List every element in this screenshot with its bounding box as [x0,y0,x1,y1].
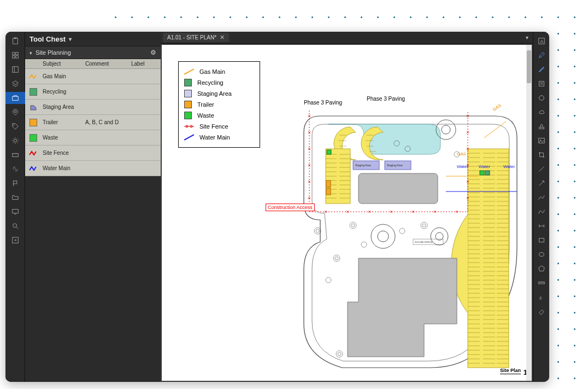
folder-icon[interactable] [5,191,25,204]
document-canvas[interactable]: Gas MainRecyclingStaging AreaTrailerWast… [162,45,532,381]
col-label[interactable]: Label [130,61,157,67]
svg-point-230 [351,224,355,227]
tool-row-trailer[interactable]: Trailer A, B, C and D [25,115,161,130]
svg-line-252 [539,167,544,172]
panel-section[interactable]: ▾Site Planning ⚙ [25,46,161,59]
ellipse-icon[interactable] [533,248,549,260]
location-icon[interactable] [5,106,25,118]
svg-point-38 [442,125,450,134]
layers-icon[interactable] [5,78,25,90]
tool-row-water[interactable]: Water Main [25,161,161,176]
polygon-icon[interactable] [533,263,549,275]
svg-point-20 [13,224,17,228]
count-icon[interactable]: ± [533,291,549,303]
legend-row-water: Water Main [184,132,254,143]
legend-row-trailer: Trailer [184,99,254,110]
eraser-icon[interactable] [533,305,549,317]
legend-label: Trailer [197,101,214,108]
legend-row-fence: Site Fence [184,121,254,132]
legend-line-icon [184,133,194,141]
svg-point-231 [361,242,367,247]
svg-rect-4 [13,56,15,58]
col-subject[interactable]: Subject [42,61,84,67]
line-icon[interactable] [533,163,549,175]
svg-point-227 [314,228,321,234]
close-icon[interactable]: ✕ [220,34,225,41]
svg-point-248 [539,96,544,101]
search-icon[interactable] [5,220,25,232]
panel-icon[interactable] [5,63,25,76]
arrow-icon[interactable] [533,177,549,189]
tool-subject: Recycling [42,89,84,95]
stamp-icon[interactable] [533,120,549,132]
highlighter-icon[interactable] [533,63,549,76]
toolbox-icon[interactable] [5,92,25,104]
rectangle-icon[interactable] [533,234,549,246]
grid-icon[interactable] [5,49,25,61]
svg-point-232 [399,228,405,234]
legend-swatch-icon [184,112,192,119]
legend-box: Gas MainRecyclingStaging AreaTrailerWast… [178,61,260,148]
dimension-icon[interactable] [533,220,549,232]
chevron-down-icon: ▾ [69,36,72,42]
keyboard-icon[interactable] [5,149,25,161]
tool-row-fence[interactable]: Site Fence [25,146,161,161]
list-header: Subject Comment Label [25,59,161,69]
gear-icon[interactable]: ⚙ [150,49,156,56]
right-toolbar: A ± [533,32,549,382]
curve-icon[interactable] [533,206,549,218]
tool-subject: Trailer [42,119,84,125]
monitor-icon[interactable] [5,206,25,218]
svg-text:A: A [540,39,543,44]
svg-marker-257 [539,266,545,271]
svg-rect-255 [539,239,544,242]
note-icon[interactable] [533,78,549,90]
polyline-icon[interactable] [533,191,549,204]
tag-icon[interactable] [5,120,25,132]
tab-bar: A1.01 - SITE PLAN* ✕ ▾ [161,32,533,44]
scrollbar-thumb[interactable] [527,50,531,83]
link-icon[interactable] [5,163,25,175]
tool-swatch-icon [25,88,42,96]
text-frame-icon[interactable]: A [533,35,549,47]
panel-title[interactable]: Tool Chest ▾ [25,32,161,46]
panel-title-label: Tool Chest [30,35,66,43]
document-tab[interactable]: A1.01 - SITE PLAN* ✕ [163,33,229,42]
tool-list: Gas Main Recycling Staging Area Trailer … [25,69,161,176]
cloud-icon[interactable] [533,106,549,118]
svg-rect-2 [13,53,15,55]
tool-swatch-icon [25,119,42,126]
col-comment[interactable]: Comment [84,61,130,67]
gear-icon[interactable] [5,135,25,147]
pen-icon[interactable] [533,49,549,61]
export-icon[interactable] [5,234,25,246]
svg-rect-63 [326,188,331,195]
tool-comment: A, B, C and D [84,119,130,125]
tool-row-waste[interactable]: Waste [25,130,161,146]
phase-label: Phase 3 Paving [304,100,342,106]
canvas-wrap: Gas MainRecyclingStaging AreaTrailerWast… [161,44,533,382]
legend-label: Site Fence [199,123,228,130]
shape-icon[interactable] [533,92,549,104]
tool-row-gas[interactable]: Gas Main [25,69,161,84]
crop-icon[interactable] [533,149,549,161]
tabs-chevron-down-icon[interactable]: ▾ [526,34,531,40]
tool-row-recycling[interactable]: Recycling [25,84,161,100]
legend-swatch-icon [184,79,192,86]
svg-marker-8 [13,81,19,85]
legend-label: Waste [197,112,214,119]
svg-rect-3 [16,53,18,55]
flag-icon[interactable] [5,177,25,189]
tool-row-staging[interactable]: Staging Area [25,100,161,115]
tool-chest-panel: Tool Chest ▾ ▾Site Planning ⚙ Subject Co… [25,32,161,382]
image-icon[interactable] [533,135,549,147]
svg-rect-9 [13,96,19,100]
vertical-scrollbar[interactable] [526,45,532,381]
svg-point-12 [14,139,16,142]
svg-point-10 [14,111,16,113]
svg-text:±: ± [539,295,542,300]
clipboard-icon[interactable] [5,35,25,47]
main-area: A1.01 - SITE PLAN* ✕ ▾ Gas MainRecycling… [161,32,533,382]
svg-line-253 [539,182,544,186]
measure-icon[interactable] [533,277,549,289]
